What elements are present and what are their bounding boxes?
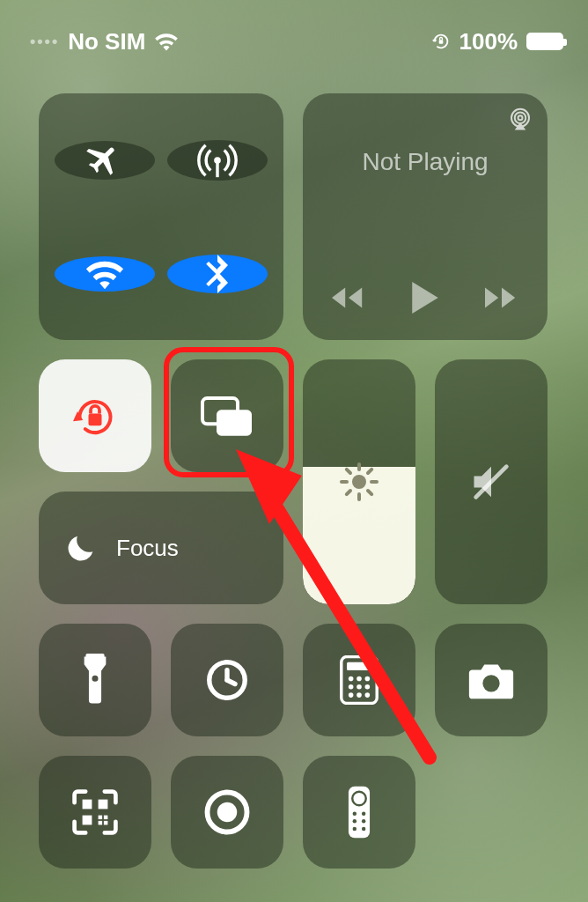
svg-point-4 <box>515 113 526 124</box>
svg-point-46 <box>362 811 365 815</box>
wifi-toggle[interactable] <box>55 256 155 292</box>
timer-icon <box>203 656 251 704</box>
svg-line-17 <box>368 469 371 473</box>
svg-rect-35 <box>99 800 108 810</box>
svg-point-49 <box>353 827 356 831</box>
now-playing-label: Not Playing <box>362 148 488 176</box>
focus-toggle[interactable]: Focus <box>39 492 283 604</box>
brightness-slider[interactable] <box>303 359 415 604</box>
remote-icon <box>347 785 371 839</box>
bluetooth-toggle[interactable] <box>167 255 268 293</box>
status-bar: •••• No SIM 100% <box>0 0 588 65</box>
svg-point-32 <box>356 692 362 698</box>
svg-rect-39 <box>99 821 103 825</box>
calculator-button[interactable] <box>303 624 415 736</box>
orientation-lock-toggle[interactable] <box>39 359 151 472</box>
svg-rect-24 <box>347 662 371 670</box>
carrier-label: No SIM <box>68 28 145 55</box>
svg-rect-34 <box>83 800 92 810</box>
svg-rect-6 <box>89 414 102 426</box>
svg-line-15 <box>368 491 371 494</box>
svg-point-45 <box>353 811 356 815</box>
svg-rect-36 <box>83 816 92 825</box>
svg-point-25 <box>349 676 354 682</box>
status-left: •••• No SIM <box>30 28 179 55</box>
camera-button[interactable] <box>435 624 548 736</box>
apple-tv-remote-button[interactable] <box>303 756 415 869</box>
brightness-icon <box>338 461 380 503</box>
playback-controls <box>332 282 518 314</box>
cellular-data-toggle[interactable] <box>167 140 268 181</box>
battery-percent: 100% <box>459 28 518 55</box>
rewind-button[interactable] <box>332 285 365 310</box>
svg-line-22 <box>227 680 235 684</box>
timer-button[interactable] <box>171 624 283 736</box>
moon-icon <box>63 530 99 566</box>
svg-point-28 <box>349 684 354 690</box>
screen-mirroring-icon <box>199 393 255 439</box>
fast-forward-button[interactable] <box>485 285 518 310</box>
svg-point-47 <box>353 819 356 823</box>
svg-rect-0 <box>438 40 443 44</box>
calculator-icon <box>340 655 379 705</box>
bluetooth-icon <box>204 255 231 293</box>
svg-rect-37 <box>99 816 103 820</box>
qr-code-icon <box>71 788 119 836</box>
svg-point-9 <box>352 475 366 489</box>
volume-slider[interactable] <box>435 359 548 604</box>
airplane-mode-toggle[interactable] <box>55 141 155 180</box>
svg-point-50 <box>362 827 365 831</box>
svg-point-30 <box>365 684 371 690</box>
screen-record-button[interactable] <box>171 756 283 869</box>
svg-point-27 <box>365 676 371 682</box>
battery-icon <box>526 33 563 50</box>
svg-rect-8 <box>217 410 252 435</box>
screen-mirroring-toggle[interactable] <box>171 359 283 472</box>
svg-rect-38 <box>104 821 108 825</box>
svg-line-14 <box>347 469 350 473</box>
wifi-icon <box>85 256 125 292</box>
signal-dots-icon: •••• <box>30 33 59 51</box>
orientation-lock-status-icon <box>431 32 451 51</box>
play-button[interactable] <box>411 282 439 314</box>
flashlight-toggle[interactable] <box>39 624 151 736</box>
record-icon <box>203 788 251 836</box>
media-controls-group[interactable]: Not Playing <box>303 93 548 340</box>
airplane-icon <box>85 141 124 180</box>
flashlight-icon <box>79 654 111 706</box>
cellular-antenna-icon <box>197 140 238 181</box>
svg-rect-40 <box>104 816 108 820</box>
svg-line-16 <box>347 491 350 494</box>
connectivity-group[interactable] <box>39 93 283 340</box>
svg-rect-43 <box>349 787 370 839</box>
svg-point-5 <box>518 115 523 120</box>
control-center: Not Playing <box>39 93 549 869</box>
volume-muted-icon <box>468 459 514 505</box>
svg-point-42 <box>217 802 238 823</box>
status-right: 100% <box>431 28 564 55</box>
orientation-lock-icon <box>69 389 121 442</box>
camera-icon <box>466 660 517 700</box>
svg-rect-19 <box>85 654 104 658</box>
svg-point-26 <box>356 676 362 682</box>
qr-scanner-button[interactable] <box>39 756 151 869</box>
svg-point-31 <box>349 692 354 698</box>
svg-point-48 <box>362 819 365 823</box>
focus-label: Focus <box>116 535 179 562</box>
airplay-icon[interactable] <box>507 106 533 132</box>
svg-point-29 <box>356 684 362 690</box>
svg-point-33 <box>365 692 371 698</box>
wifi-status-icon <box>154 32 179 51</box>
